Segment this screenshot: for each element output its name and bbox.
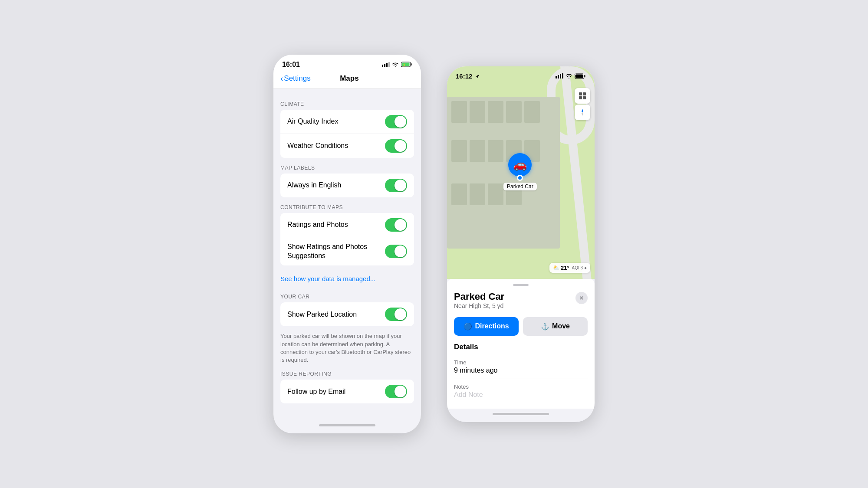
phone-left: 16:01 ⚡ ‹ Settings Maps CLIMATE Air Q [273,55,421,433]
always-english-toggle[interactable] [385,179,407,192]
signal-icon [382,62,390,67]
parking-spot [470,101,485,123]
svg-rect-1 [384,64,385,67]
aqi-label: AQI 3 ● [572,265,587,270]
home-indicator-left [273,420,421,433]
show-suggestions-label: Show Ratings and Photos Suggestions [287,242,374,261]
map-area[interactable]: 16:12 [447,66,595,279]
svg-rect-8 [556,76,557,79]
parked-pin-label: Parked Car [503,183,537,190]
weather-conditions-label: Weather Conditions [287,142,348,150]
parking-spot [524,101,540,123]
settings-scroll[interactable]: CLIMATE Air Quality Index Weather Condit… [273,89,421,420]
svg-rect-18 [583,96,586,99]
svg-rect-16 [583,92,586,95]
location-button[interactable] [575,105,590,120]
weather-conditions-toggle[interactable] [385,139,407,153]
page-title: Maps [285,74,414,83]
card-actions: 🔵 Directions ⚓ Move [454,317,588,336]
home-bar-right [493,413,549,415]
details-title: Details [454,343,588,351]
show-suggestions-toggle[interactable] [385,245,407,258]
section-label-map-labels: MAP LABELS [273,165,421,174]
parking-spot [451,183,467,205]
ratings-photos-label: Ratings and Photos [287,221,348,229]
time-value: 9 minutes ago [454,367,588,374]
card-title: Parked Car [454,291,504,302]
card-drag-handle[interactable] [513,284,529,286]
map-labels-group: Always in English [280,174,414,197]
map-type-button[interactable] [575,88,590,104]
details-section: Details Time 9 minutes ago Notes Add Not… [454,343,588,403]
card-close-button[interactable]: ✕ [575,292,588,304]
notes-label: Notes [454,383,588,390]
main-container: 16:01 ⚡ ‹ Settings Maps CLIMATE Air Q [273,55,595,433]
location-arrow-icon [475,74,480,79]
card-title-area: Parked Car Near High St, 5 yd [454,291,504,315]
show-parked-toggle[interactable] [385,308,407,321]
section-label-contribute: CONTRIBUTE TO MAPS [273,204,421,213]
home-indicator-right [447,409,595,422]
statusbar-right: 16:12 [447,66,595,83]
parking-spot [488,183,503,205]
move-label: Move [552,322,570,330]
status-time-left: 16:01 [282,61,300,69]
contribute-group: Ratings and Photos Show Ratings and Phot… [280,213,414,266]
show-parked-label: Show Parked Location [287,311,357,318]
parked-car-card: Parked Car Near High St, 5 yd ✕ 🔵 Direct… [447,279,595,409]
section-your-car: YOUR CAR Show Parked Location Your parke… [273,294,421,364]
directions-button[interactable]: 🔵 Directions [454,317,519,336]
your-car-group: Show Parked Location [280,302,414,326]
statusbar-left: 16:01 ⚡ [273,55,421,72]
parked-car-pin[interactable]: 🚗 Parked Car [503,153,537,190]
svg-rect-13 [585,75,585,77]
section-label-your-car: YOUR CAR [273,294,421,302]
card-header: Parked Car Near High St, 5 yd ✕ [454,291,588,315]
compass-icon [579,108,586,116]
air-quality-toggle[interactable] [385,115,407,128]
svg-rect-2 [386,63,388,67]
parking-spot [488,140,503,162]
notes-placeholder: Add Note [454,391,588,399]
chevron-left-icon: ‹ [280,74,283,83]
svg-rect-14 [575,74,583,78]
section-map-labels: MAP LABELS Always in English [273,165,421,197]
row-air-quality: Air Quality Index [280,110,414,134]
section-issue-reporting: ISSUE REPORTING Follow up by Email [273,371,421,403]
section-climate: CLIMATE Air Quality Index Weather Condit… [273,101,421,158]
parking-spot [488,101,503,123]
parking-spot [451,101,467,123]
move-icon: ⚓ [541,322,549,331]
row-show-parked: Show Parked Location [280,302,414,326]
detail-time-row: Time 9 minutes ago [454,355,588,379]
map-grid-icon [579,92,586,100]
phone-right: 16:12 [447,66,595,422]
svg-rect-10 [560,74,561,79]
wifi-icon [392,62,399,67]
parking-spots-top [451,101,540,123]
section-label-issue-reporting: ISSUE REPORTING [273,371,421,380]
parking-spot [451,140,467,162]
battery-icon: ⚡ [401,62,412,67]
row-weather-conditions: Weather Conditions [280,134,414,158]
parked-pin-icon: 🚗 [508,153,532,177]
row-follow-up-email: Follow up by Email [280,380,414,403]
follow-up-email-toggle[interactable] [385,385,407,398]
air-quality-label: Air Quality Index [287,118,338,125]
svg-rect-17 [579,96,582,99]
svg-rect-15 [579,92,582,95]
signal-icon-right [556,73,563,79]
weather-temp: 21° [561,265,569,271]
ratings-photos-toggle[interactable] [385,218,407,232]
row-ratings-photos: Ratings and Photos [280,213,414,237]
parked-pin-dot [517,175,523,181]
data-managed-link[interactable]: See how your data is managed... [280,271,414,287]
move-button[interactable]: ⚓ Move [523,317,588,336]
svg-rect-5 [411,63,412,66]
nav-header-left: ‹ Settings Maps [273,72,421,89]
section-label-climate: CLIMATE [273,101,421,110]
card-subtitle: Near High St, 5 yd [454,302,504,309]
time-label: Time [454,359,588,366]
parking-spot [470,183,485,205]
detail-notes-row[interactable]: Notes Add Note [454,379,588,403]
